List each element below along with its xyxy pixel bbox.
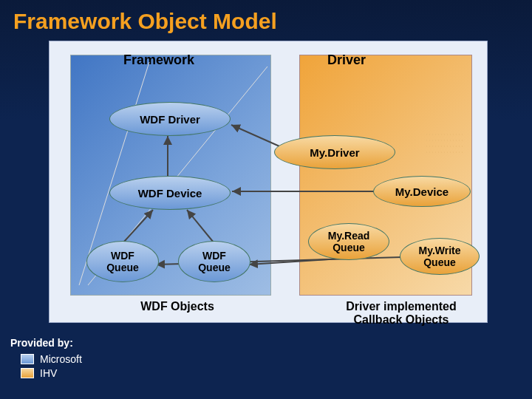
- node-label: WDF Queue: [198, 250, 231, 273]
- node-wdf-device: WDF Device: [109, 176, 231, 210]
- page-title: Framework Object Model: [0, 0, 532, 34]
- node-my-device: My.Device: [373, 176, 471, 207]
- swatch-blue-icon: [21, 354, 34, 364]
- node-label: WDF Driver: [140, 113, 200, 126]
- diagram-stage: Framework Driver WDF Driver My.Driver WD…: [49, 41, 488, 323]
- node-wdf-queue-1: WDF Queue: [86, 241, 159, 282]
- node-my-read-queue: My.Read Queue: [308, 223, 389, 260]
- driver-panel-label: Driver: [327, 52, 366, 68]
- node-my-write-queue: My.Write Queue: [400, 238, 480, 275]
- legend-item-microsoft: Microsoft: [21, 353, 82, 365]
- framework-panel-label: Framework: [123, 52, 194, 68]
- legend-title: Provided by:: [10, 337, 82, 349]
- callback-objects-label: Driver implemented Callback Objects: [327, 300, 475, 327]
- legend-item-ihv: IHV: [21, 367, 82, 379]
- legend-label: IHV: [40, 367, 57, 379]
- node-label: WDF Device: [138, 187, 202, 200]
- node-wdf-queue-2: WDF Queue: [178, 241, 250, 282]
- legend-label: Microsoft: [40, 353, 82, 365]
- node-label: My.Driver: [310, 146, 359, 159]
- node-label: WDF Queue: [106, 250, 139, 273]
- legend: Provided by: Microsoft IHV: [10, 337, 82, 381]
- swatch-orange-icon: [21, 368, 34, 378]
- node-label: My.Device: [395, 185, 449, 198]
- node-wdf-driver: WDF Driver: [109, 102, 231, 136]
- node-label: My.Write Queue: [418, 245, 460, 268]
- node-label: My.Read Queue: [328, 230, 370, 253]
- node-my-driver: My.Driver: [274, 135, 395, 169]
- wdf-objects-label: WDF Objects: [122, 300, 233, 313]
